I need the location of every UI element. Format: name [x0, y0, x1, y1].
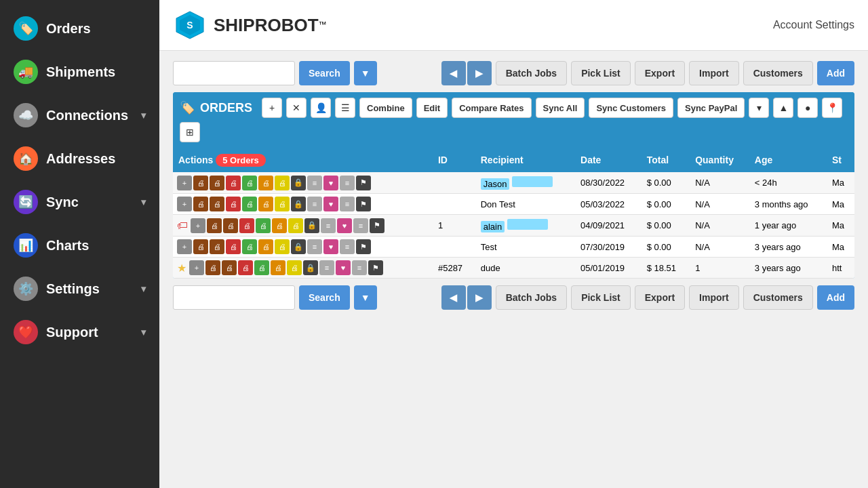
action-btn-6[interactable]: 🖨	[275, 239, 290, 254]
action-btn-0[interactable]: +	[177, 239, 192, 254]
action-btn-1[interactable]: 🖨	[193, 176, 208, 190]
sync-paypal-button[interactable]: Sync PayPal	[677, 98, 745, 118]
customers-button-top[interactable]: Customers	[743, 61, 813, 85]
action-btn-8[interactable]: ≡	[307, 176, 322, 190]
sidebar-item-sync[interactable]: 🔄 Sync ▾	[0, 180, 159, 224]
edit-button[interactable]: Edit	[416, 98, 448, 118]
action-btn-10[interactable]: ≡	[340, 176, 355, 190]
action-btn-9[interactable]: ♥	[336, 260, 351, 275]
circle-button[interactable]: ●	[797, 98, 818, 118]
import-button-bottom[interactable]: Import	[689, 285, 739, 310]
sync-customers-button[interactable]: Sync Customers	[589, 98, 673, 118]
action-btn-1[interactable]: 🖨	[205, 260, 220, 275]
action-btn-8[interactable]: ≡	[307, 239, 322, 254]
action-btn-0[interactable]: +	[177, 197, 192, 211]
action-btn-6[interactable]: 🖨	[275, 176, 290, 190]
action-btn-0[interactable]: +	[177, 176, 192, 190]
action-btn-9[interactable]: ♥	[323, 176, 338, 190]
action-btn-2[interactable]: 🖨	[222, 260, 237, 275]
action-btn-7[interactable]: 🔒	[303, 260, 318, 275]
action-btn-1[interactable]: 🖨	[193, 197, 208, 211]
action-btn-4[interactable]: 🖨	[242, 176, 257, 190]
next-button-top[interactable]: ▶	[467, 61, 492, 85]
action-btn-0[interactable]: +	[191, 218, 205, 233]
action-btn-10[interactable]: ≡	[353, 218, 368, 233]
filter-button-bottom[interactable]: ▼	[354, 285, 377, 310]
grid-button[interactable]: ⊞	[180, 122, 200, 142]
action-btn-11[interactable]: ⚑	[370, 218, 384, 233]
sidebar-item-settings[interactable]: ⚙️ Settings ▾	[0, 267, 159, 310]
add-button-top[interactable]: Add	[817, 61, 854, 85]
search-button-bottom[interactable]: Search	[299, 285, 350, 310]
action-btn-4[interactable]: 🖨	[242, 197, 257, 211]
export-button-bottom[interactable]: Export	[635, 285, 685, 310]
sync-all-button[interactable]: Sync All	[536, 98, 585, 118]
action-btn-9[interactable]: ♥	[323, 197, 338, 211]
prev-button-top[interactable]: ◀	[441, 61, 466, 85]
action-btn-2[interactable]: 🖨	[210, 197, 224, 211]
batch-jobs-button-top[interactable]: Batch Jobs	[496, 61, 567, 85]
tag-icon[interactable]: 🏷	[177, 220, 188, 231]
action-btn-2[interactable]: 🖨	[210, 176, 224, 190]
next-button-bottom[interactable]: ▶	[467, 285, 492, 310]
pin-button[interactable]: 📍	[822, 98, 842, 118]
action-btn-3[interactable]: 🖨	[226, 176, 241, 190]
combine-button[interactable]: Combine	[359, 98, 412, 118]
action-btn-3[interactable]: 🖨	[238, 260, 253, 275]
add-order-button[interactable]: +	[262, 98, 282, 118]
action-btn-7[interactable]: 🔒	[291, 197, 306, 211]
action-btn-11[interactable]: ⚑	[356, 239, 371, 254]
action-btn-3[interactable]: 🖨	[226, 239, 241, 254]
action-btn-10[interactable]: ≡	[340, 239, 355, 254]
action-btn-10[interactable]: ≡	[352, 260, 367, 275]
action-btn-2[interactable]: 🖨	[210, 239, 224, 254]
import-button-top[interactable]: Import	[689, 61, 739, 85]
compare-rates-button[interactable]: Compare Rates	[452, 98, 531, 118]
action-btn-7[interactable]: 🔒	[304, 218, 319, 233]
action-btn-4[interactable]: 🖨	[256, 218, 271, 233]
action-btn-4[interactable]: 🖨	[242, 239, 257, 254]
action-btn-1[interactable]: 🖨	[193, 239, 208, 254]
action-btn-5[interactable]: 🖨	[258, 176, 273, 190]
dropdown-button[interactable]: ▾	[749, 98, 769, 118]
action-btn-3[interactable]: 🖨	[239, 218, 254, 233]
action-btn-5[interactable]: 🖨	[258, 197, 273, 211]
action-btn-8[interactable]: ≡	[307, 197, 322, 211]
action-btn-11[interactable]: ⚑	[356, 176, 371, 190]
action-btn-2[interactable]: 🖨	[223, 218, 238, 233]
user-button[interactable]: 👤	[311, 98, 331, 118]
action-btn-6[interactable]: 🖨	[287, 260, 302, 275]
action-btn-6[interactable]: 🖨	[275, 197, 290, 211]
action-btn-5[interactable]: 🖨	[258, 239, 273, 254]
search-input-bottom[interactable]	[173, 285, 295, 310]
batch-jobs-button-bottom[interactable]: Batch Jobs	[496, 285, 567, 310]
action-btn-9[interactable]: ♥	[323, 239, 338, 254]
action-btn-7[interactable]: 🔒	[291, 176, 306, 190]
action-btn-4[interactable]: 🖨	[254, 260, 269, 275]
pick-list-button-top[interactable]: Pick List	[571, 61, 631, 85]
action-btn-0[interactable]: +	[189, 260, 204, 275]
close-button[interactable]: ✕	[286, 98, 307, 118]
sidebar-item-addresses[interactable]: 🏠 Addresses	[0, 137, 159, 180]
export-button-top[interactable]: Export	[635, 61, 685, 85]
action-btn-7[interactable]: 🔒	[291, 239, 306, 254]
prev-button-bottom[interactable]: ◀	[441, 285, 466, 310]
action-btn-11[interactable]: ⚑	[356, 197, 371, 211]
search-button-top[interactable]: Search	[299, 61, 350, 85]
action-btn-9[interactable]: ♥	[337, 218, 352, 233]
sidebar-item-charts[interactable]: 📊 Charts	[0, 224, 159, 267]
action-btn-5[interactable]: 🖨	[271, 260, 285, 275]
action-btn-11[interactable]: ⚑	[368, 260, 383, 275]
action-btn-3[interactable]: 🖨	[226, 197, 241, 211]
list-button[interactable]: ☰	[335, 98, 355, 118]
pick-list-button-bottom[interactable]: Pick List	[571, 285, 631, 310]
action-btn-8[interactable]: ≡	[319, 260, 334, 275]
customers-button-bottom[interactable]: Customers	[743, 285, 813, 310]
sidebar-item-support[interactable]: ❤️ Support ▾	[0, 310, 159, 354]
search-input-top[interactable]	[173, 61, 295, 85]
action-btn-8[interactable]: ≡	[321, 218, 336, 233]
action-btn-5[interactable]: 🖨	[272, 218, 287, 233]
action-btn-6[interactable]: 🖨	[288, 218, 303, 233]
sidebar-item-shipments[interactable]: 🚚 Shipments	[0, 50, 159, 94]
sidebar-item-orders[interactable]: 🏷️ Orders	[0, 7, 159, 50]
